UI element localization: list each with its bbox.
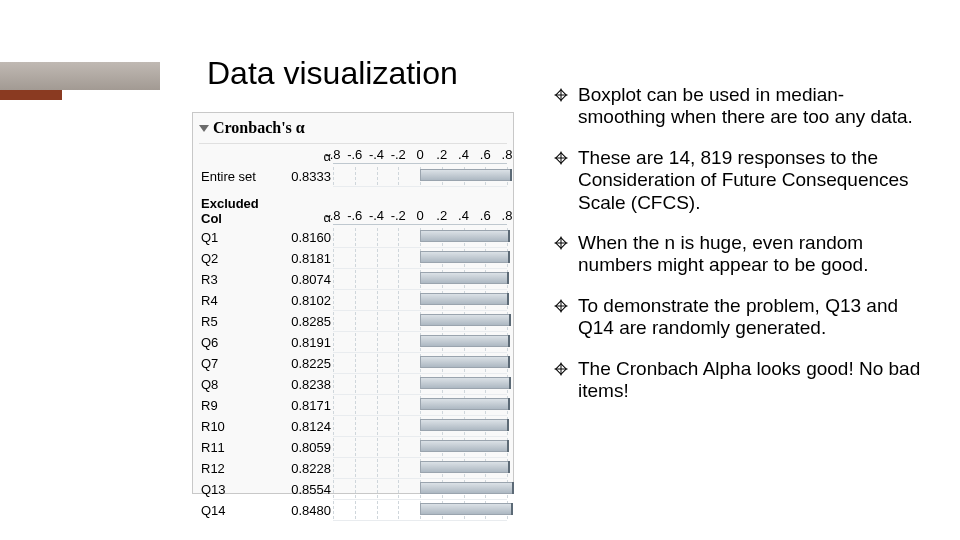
alpha-bar xyxy=(420,356,509,368)
table-row: R30.8074 xyxy=(199,269,507,290)
row-chart xyxy=(333,500,507,521)
bullet-text: These are 14, 819 responses to the Consi… xyxy=(578,147,909,213)
decor-bar-grey xyxy=(0,62,160,90)
table-row: R50.8285 xyxy=(199,311,507,332)
axis-tick: .6 xyxy=(480,147,491,162)
alpha-bar xyxy=(420,251,509,263)
alpha-median-mark xyxy=(508,230,510,242)
row-chart xyxy=(333,332,507,353)
row-alpha: 0.8171 xyxy=(271,395,333,416)
row-chart xyxy=(333,395,507,416)
alpha-header: α xyxy=(271,146,333,166)
row-label: Q14 xyxy=(199,500,271,521)
row-label: R12 xyxy=(199,458,271,479)
table-row: R90.8171 xyxy=(199,395,507,416)
row-chart xyxy=(333,374,507,395)
bullet-item: The Cronbach Alpha looks good! No bad it… xyxy=(554,358,926,403)
table-row: Q60.8191 xyxy=(199,332,507,353)
table-row: R100.8124 xyxy=(199,416,507,437)
bullet-text: Boxplot can be used in median-smoothing … xyxy=(578,84,913,127)
row-chart xyxy=(333,311,507,332)
row-chart xyxy=(333,353,507,374)
slide-title: Data visualization xyxy=(207,55,458,92)
axis-tick: -.4 xyxy=(369,208,384,223)
stats-header-row: α -.8-.6-.4-.20.2.4.6.8 xyxy=(199,146,507,166)
bullet-text: To demonstrate the problem, Q13 and Q14 … xyxy=(578,295,898,338)
alpha-median-mark xyxy=(507,419,509,431)
bullet-text: The Cronbach Alpha looks good! No bad it… xyxy=(578,358,920,401)
table-row: Q10.8160 xyxy=(199,227,507,248)
row-alpha: 0.8228 xyxy=(271,458,333,479)
alpha-median-mark xyxy=(508,356,510,368)
alpha-bar xyxy=(420,440,508,452)
row-alpha: 0.8160 xyxy=(271,227,333,248)
axis-tick: .8 xyxy=(502,208,513,223)
bullet-item: These are 14, 819 responses to the Consi… xyxy=(554,147,926,214)
row-chart xyxy=(333,437,507,458)
axis-tick: -.6 xyxy=(347,147,362,162)
entire-set-label: Entire set xyxy=(199,166,271,187)
row-alpha: 0.8124 xyxy=(271,416,333,437)
row-label: Q7 xyxy=(199,353,271,374)
row-alpha: 0.8285 xyxy=(271,311,333,332)
table-row: Q140.8480 xyxy=(199,500,507,521)
disclosure-triangle-icon[interactable] xyxy=(199,125,209,132)
alpha-bar xyxy=(420,314,510,326)
entire-set-chart xyxy=(333,166,507,187)
axis-tick: .6 xyxy=(480,208,491,223)
row-label: Q2 xyxy=(199,248,271,269)
row-alpha: 0.8059 xyxy=(271,437,333,458)
axis-tick: .2 xyxy=(436,208,447,223)
row-label: R5 xyxy=(199,311,271,332)
row-label: R4 xyxy=(199,290,271,311)
row-chart xyxy=(333,269,507,290)
alpha-median-mark xyxy=(508,251,510,263)
table-row: Q70.8225 xyxy=(199,353,507,374)
bullet-item: Boxplot can be used in median-smoothing … xyxy=(554,84,926,129)
excluded-header-row: Excluded Col xyxy=(199,187,507,208)
diamond-bullet-icon xyxy=(554,299,568,313)
bullet-item: To demonstrate the problem, Q13 and Q14 … xyxy=(554,295,926,340)
row-alpha: 0.8181 xyxy=(271,248,333,269)
entire-set-value: 0.8333 xyxy=(271,166,333,187)
axis-tick: .8 xyxy=(502,147,513,162)
alpha-bar xyxy=(420,461,509,473)
bullet-text: When the n is huge, even random numbers … xyxy=(578,232,868,275)
alpha-median-mark xyxy=(508,335,510,347)
panel-divider xyxy=(199,143,507,144)
row-label: R3 xyxy=(199,269,271,290)
alpha-median-mark xyxy=(509,314,511,326)
alpha-bar xyxy=(420,419,508,431)
row-chart xyxy=(333,227,507,248)
panel-header: Cronbach's α xyxy=(199,117,507,143)
diamond-bullet-icon xyxy=(554,236,568,250)
diamond-bullet-icon xyxy=(554,362,568,376)
axis-tick: 0 xyxy=(416,208,423,223)
alpha-median-mark xyxy=(508,398,510,410)
alpha-bar xyxy=(420,230,509,242)
diamond-bullet-icon xyxy=(554,151,568,165)
alpha-bar xyxy=(420,169,511,181)
axis-ticks: -.8-.6-.4-.20.2.4.6.8 xyxy=(333,146,507,166)
excluded-col-label: Excluded Col xyxy=(201,197,269,226)
table-row: Q80.8238 xyxy=(199,374,507,395)
row-label: R11 xyxy=(199,437,271,458)
axis-tick: -.4 xyxy=(369,147,384,162)
row-alpha: 0.8102 xyxy=(271,290,333,311)
alpha-bar xyxy=(420,482,513,494)
row-alpha: 0.8554 xyxy=(271,479,333,500)
alpha-bar xyxy=(420,293,508,305)
bullet-list: Boxplot can be used in median-smoothing … xyxy=(554,84,926,420)
axis-tick: -.2 xyxy=(391,208,406,223)
alpha-median-mark xyxy=(509,377,511,389)
table-row: R110.8059 xyxy=(199,437,507,458)
axis-tick: -.8 xyxy=(325,208,340,223)
axis-tick: 0 xyxy=(416,147,423,162)
table-row: R120.8228 xyxy=(199,458,507,479)
axis-ticks-2: -.8-.6-.4-.20.2.4.6.8 xyxy=(333,207,507,227)
decor-bar-red xyxy=(0,90,62,100)
alpha-median-mark xyxy=(507,293,509,305)
row-alpha: 0.8191 xyxy=(271,332,333,353)
axis-tick: .4 xyxy=(458,208,469,223)
bullet-item: When the n is huge, even random numbers … xyxy=(554,232,926,277)
